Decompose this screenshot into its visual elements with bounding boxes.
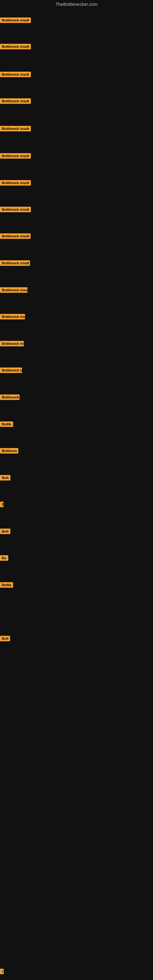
bottleneck-badge-6[interactable]: Bottleneck result <box>0 153 31 159</box>
bottleneck-badge-row-12: Bottleneck res <box>0 314 25 321</box>
bottleneck-badge-row-7: Bottleneck result <box>0 180 31 187</box>
bottleneck-badge-row-10: Bottleneck result <box>0 260 30 267</box>
bottleneck-badge-row-6: Bottleneck result <box>0 153 31 160</box>
bottleneck-badge-5[interactable]: Bottleneck result <box>0 126 31 131</box>
bottleneck-badge-8[interactable]: Bottleneck result <box>0 207 31 212</box>
bottleneck-badge-7[interactable]: Bottleneck result <box>0 180 31 186</box>
bottleneck-badge-18[interactable]: Bott <box>0 475 10 480</box>
bottleneck-badge-row-17: Bottlenec <box>0 448 18 455</box>
bottleneck-badge-row-8: Bottleneck result <box>0 207 31 213</box>
bottleneck-badge-row-5: Bottleneck result <box>0 126 31 133</box>
bottleneck-badge-4[interactable]: Bottleneck result <box>0 98 31 104</box>
bottleneck-badge-row-11: Bottleneck resul <box>0 287 27 294</box>
bottleneck-badge-row-15: Bottleneck <box>0 395 19 401</box>
bottleneck-badge-row-14: Bottleneck re <box>0 368 22 374</box>
bottleneck-badge-23[interactable]: Bolt <box>0 636 10 641</box>
bottleneck-badge-22[interactable]: Bottle <box>0 582 13 588</box>
bottleneck-badge-19[interactable]: B <box>0 502 4 507</box>
bottleneck-badge-row-23: Bolt <box>0 636 10 643</box>
bottleneck-badge-15[interactable]: Bottleneck <box>0 395 19 400</box>
bottleneck-badge-row-16: Bottle <box>0 422 13 428</box>
bottleneck-badge-12[interactable]: Bottleneck res <box>0 314 25 320</box>
bottleneck-badge-11[interactable]: Bottleneck resul <box>0 287 27 293</box>
bottleneck-badge-row-20: Bott <box>0 528 10 535</box>
bottleneck-badge-row-24: I <box>0 969 4 975</box>
bottleneck-badge-24[interactable]: I <box>0 969 4 974</box>
bottleneck-badge-2[interactable]: Bottleneck result <box>0 44 31 49</box>
bottleneck-badge-row-13: Bottleneck res <box>0 341 24 348</box>
bottleneck-badge-21[interactable]: Bo <box>0 555 8 561</box>
bottleneck-badge-row-2: Bottleneck result <box>0 44 31 51</box>
bottleneck-badge-17[interactable]: Bottlenec <box>0 448 18 453</box>
bottleneck-badge-9[interactable]: Bottleneck result <box>0 233 30 239</box>
bottleneck-badge-row-18: Bott <box>0 475 10 482</box>
bottleneck-badge-14[interactable]: Bottleneck re <box>0 368 22 373</box>
bottleneck-badge-row-19: B <box>0 502 4 508</box>
bottleneck-badge-row-3: Bottleneck result <box>0 72 31 78</box>
bottleneck-badge-20[interactable]: Bott <box>0 528 10 534</box>
bottleneck-badge-row-9: Bottleneck result <box>0 233 30 240</box>
bottleneck-badge-1[interactable]: Bottleneck result <box>0 18 31 23</box>
site-title: TheBottlenecker.com <box>0 0 153 8</box>
bottleneck-badge-row-21: Bo <box>0 555 8 562</box>
bottleneck-badge-3[interactable]: Bottleneck result <box>0 72 31 77</box>
bottleneck-badge-row-4: Bottleneck result <box>0 98 31 105</box>
bottleneck-badge-row-22: Bottle <box>0 582 13 589</box>
bottleneck-badge-16[interactable]: Bottle <box>0 422 13 427</box>
bottleneck-badge-row-1: Bottleneck result <box>0 18 31 24</box>
bottleneck-badge-13[interactable]: Bottleneck res <box>0 341 24 346</box>
bottleneck-badge-10[interactable]: Bottleneck result <box>0 260 30 266</box>
